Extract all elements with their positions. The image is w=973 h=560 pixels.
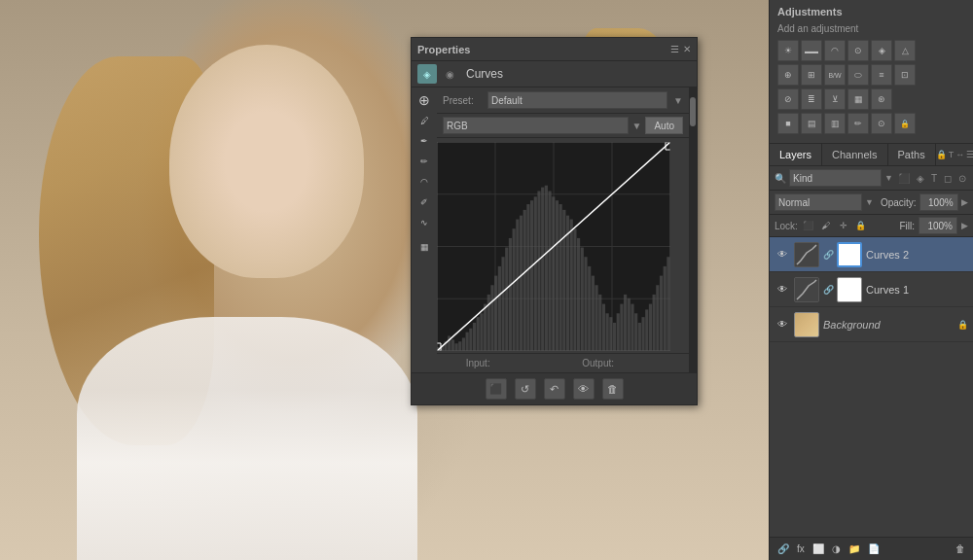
layer-mask-curves2 xyxy=(837,242,862,267)
layers-kind-select[interactable]: Kind Name Effect xyxy=(789,169,882,187)
eye-curves2[interactable]: 👁 xyxy=(775,247,790,262)
smooth-btn[interactable]: ∿ xyxy=(415,214,433,231)
curves-graph-area[interactable] xyxy=(437,142,683,353)
black-eyedropper-btn[interactable]: 🖊 xyxy=(415,112,433,129)
posterize-adj-icon[interactable]: ≣ xyxy=(801,88,822,110)
adj-icons-row3: ⊘ ≣ ⊻ ▦ ⊛ xyxy=(777,88,965,110)
new-fill-btn[interactable]: ◑ xyxy=(830,542,843,556)
kind-pixel-icon[interactable]: ⬛ xyxy=(896,171,912,186)
new-layer-btn[interactable]: 📄 xyxy=(866,542,882,556)
exposure-adj-icon[interactable]: ⊙ xyxy=(847,40,869,61)
channel-mix-icon[interactable]: ≡ xyxy=(871,64,892,86)
preset-select[interactable]: Default Strong Contrast Linear Contrast … xyxy=(487,91,667,109)
curves-body: ⊕ 🖊 ✒ ✏ ◠ ✐ ∿ ▦ Preset: Default Strong C… xyxy=(412,88,697,372)
lock-label: Lock: xyxy=(775,221,798,231)
threshold-adj-icon[interactable]: ⊻ xyxy=(824,88,846,110)
hsl-adj-icon[interactable]: ⊕ xyxy=(777,64,799,86)
auto-button[interactable]: Auto xyxy=(645,117,683,134)
layer-name-background: Background xyxy=(823,319,954,331)
layer-thumb-background xyxy=(794,312,819,337)
solid-color-fill-icon[interactable]: ■ xyxy=(777,113,799,134)
delete-layer-btn[interactable]: 🗑 xyxy=(602,378,624,400)
lock-row: Lock: ⬛ 🖌 ✛ 🔒 Fill: ▶ xyxy=(770,215,973,237)
layer-row-curves2[interactable]: 👁 🔗 Curves 2 xyxy=(770,237,973,272)
layer-row-background[interactable]: 👁 Background 🔒 xyxy=(770,307,973,342)
cb-adj-icon[interactable]: ⊞ xyxy=(801,64,822,86)
curves-tools: ⊕ 🖊 ✒ ✏ ◠ ✐ ∿ ▦ xyxy=(412,88,437,372)
channel-select[interactable]: RGB Red Green Blue xyxy=(443,117,629,134)
adjustments-title: Adjustments xyxy=(777,6,965,18)
tab-paths[interactable]: Paths xyxy=(888,144,936,165)
properties-titlebar: Properties ☰ ✕ xyxy=(412,38,697,61)
kind-type-icon[interactable]: T xyxy=(929,171,939,186)
properties-bottom-toolbar: ⬛ ↺ ↶ 👁 🗑 xyxy=(412,372,697,404)
bw-adj-icon[interactable]: B/W xyxy=(824,64,846,86)
selective-color-adj-icon[interactable]: ⊛ xyxy=(871,88,892,110)
right-panel: Adjustments Add an adjustment ☀ ▬▬ ◠ ⊙ ◈… xyxy=(769,0,973,560)
properties-menu-btn[interactable]: ☰ xyxy=(670,44,679,54)
lock-transparent-btn[interactable]: ⬛ xyxy=(802,219,815,232)
pen-adj-icon[interactable]: ✏ xyxy=(847,113,869,134)
lock-all-btn[interactable]: 🔒 xyxy=(854,219,868,232)
pencil-tool-btn[interactable]: ✐ xyxy=(415,193,433,211)
curves-canvas[interactable] xyxy=(437,142,670,351)
new-group-btn[interactable]: 📁 xyxy=(847,542,862,556)
gradient-fill-icon[interactable]: ▤ xyxy=(801,113,822,134)
undo-btn[interactable]: ↶ xyxy=(544,378,565,400)
gradient-map-adj-icon[interactable]: ▦ xyxy=(847,88,869,110)
undo-history-btn[interactable]: ↺ xyxy=(515,378,536,400)
brightness-contrast-icon[interactable]: ☀ xyxy=(777,40,799,61)
scrollbar[interactable] xyxy=(689,88,697,372)
layer-row-curves1[interactable]: 👁 🔗 Curves 1 xyxy=(770,272,973,307)
lock-position-btn[interactable]: ✛ xyxy=(837,219,850,232)
layers-lock-btn[interactable]: 🔒 xyxy=(936,150,947,159)
curves2-svg xyxy=(795,243,818,266)
levels-adj-icon[interactable]: ▬▬ xyxy=(801,40,822,61)
kind-shape-icon[interactable]: ◻ xyxy=(942,171,954,186)
kind-adj-icon[interactable]: ◈ xyxy=(915,171,926,186)
smart-adj-icon[interactable]: ⊙ xyxy=(871,113,892,134)
layers-menu-btn[interactable]: ☰ xyxy=(966,150,973,159)
tab-channels[interactable]: Channels xyxy=(822,144,887,165)
fill-input[interactable] xyxy=(919,217,957,234)
background-lock-icon: 🔒 xyxy=(957,320,968,330)
opacity-label: Opacity: xyxy=(881,197,917,208)
scroll-thumb[interactable] xyxy=(690,97,696,126)
prop-icon-eye[interactable]: ◉ xyxy=(440,64,459,84)
blend-mode-select[interactable]: Normal Multiply Screen Overlay xyxy=(775,193,862,211)
gray-eyedropper-btn[interactable]: ✏ xyxy=(415,153,433,170)
pattern-fill-icon[interactable]: ▥ xyxy=(824,113,846,134)
white-eyedropper-btn[interactable]: ✒ xyxy=(415,132,433,150)
layer-thumb-curves1 xyxy=(794,277,819,302)
eye-background[interactable]: 👁 xyxy=(775,317,790,332)
layers-type-btn[interactable]: T xyxy=(949,150,955,159)
layers-expand-btn[interactable]: ↔ xyxy=(955,150,964,159)
opacity-input[interactable] xyxy=(919,193,958,211)
delete-layer-layers-btn[interactable]: 🗑 xyxy=(954,542,967,556)
color-lookup-adj-icon[interactable]: ⊡ xyxy=(894,64,916,86)
eye-curves1[interactable]: 👁 xyxy=(775,282,790,298)
invert-adj-icon[interactable]: ⊘ xyxy=(777,88,799,110)
visibility-btn[interactable]: 👁 xyxy=(573,378,595,400)
lock-adj-icon[interactable]: 🔒 xyxy=(894,113,916,134)
vibrance-adj-icon[interactable]: ◈ xyxy=(871,40,892,61)
properties-icons-row: ◈ ◉ Curves xyxy=(412,61,697,88)
triangle-icon[interactable]: △ xyxy=(894,40,916,61)
add-mask-btn[interactable]: ⬜ xyxy=(811,542,826,556)
layers-bottom-toolbar: 🔗 fx ⬜ ◑ 📁 📄 🗑 xyxy=(770,537,973,560)
prop-icon-adjustment[interactable]: ◈ xyxy=(417,64,437,84)
layer-thumb-curves2 xyxy=(794,242,819,267)
auto-correction-btn[interactable]: ◠ xyxy=(415,173,433,191)
clip-btn[interactable]: ⬛ xyxy=(486,378,507,400)
properties-close-btn[interactable]: ✕ xyxy=(683,44,691,54)
photo-filter-icon[interactable]: ⬭ xyxy=(847,64,869,86)
histogram-btn[interactable]: ▦ xyxy=(415,238,433,256)
tab-layers[interactable]: Layers xyxy=(770,144,822,165)
link-layers-btn[interactable]: 🔗 xyxy=(775,542,791,556)
sample-icon[interactable]: ⊕ xyxy=(415,91,433,109)
lock-pixels-btn[interactable]: 🖌 xyxy=(819,219,833,232)
chain-curves2: 🔗 xyxy=(823,250,833,260)
layer-effects-btn[interactable]: fx xyxy=(795,542,807,556)
curves-adj-icon[interactable]: ◠ xyxy=(824,40,846,61)
kind-smart-icon[interactable]: ⊙ xyxy=(956,171,968,186)
